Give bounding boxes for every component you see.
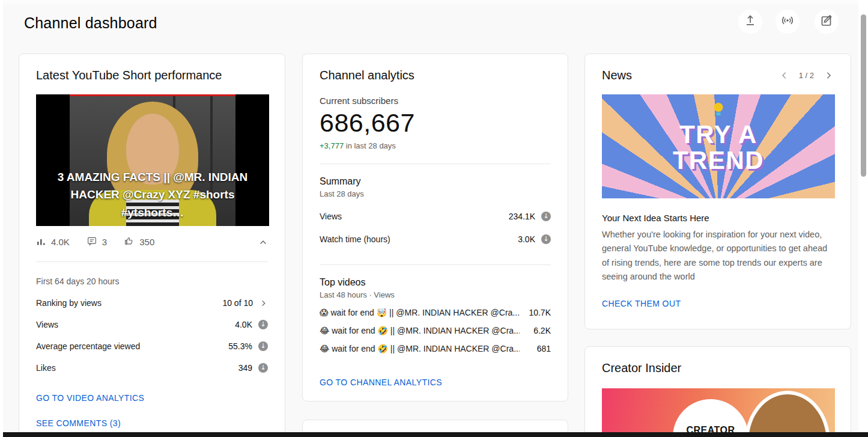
metric-value: 3.0K — [518, 234, 535, 244]
thumbnail-overlay-title: 3 AMAZING FACTS || @MR. INDIAN HACKER @C… — [44, 168, 261, 221]
latest-short-card: Latest YouTube Short performance 3 AMAZI… — [19, 53, 285, 437]
video-stats-row: 4.0K 3 350 — [36, 236, 268, 248]
summary-subtitle: Last 28 days — [320, 189, 551, 198]
creator-insider-card: Creator Insider CREATOR INSIDER — [584, 346, 851, 437]
progress-bar — [70, 94, 235, 96]
trend-down-icon — [541, 212, 551, 221]
news-banner-image[interactable]: TRY A TREND — [602, 94, 835, 198]
top-videos-subtitle: Last 48 hours · Views — [320, 290, 551, 299]
chevron-left-icon[interactable] — [779, 70, 789, 81]
comments-stat: 3 — [86, 236, 107, 248]
views-stat: 4.0K — [36, 236, 70, 248]
metric-row-ranking[interactable]: Ranking by views 10 of 10 — [36, 298, 268, 308]
news-header: News 1 / 2 — [602, 69, 834, 82]
metric-label: Likes — [36, 363, 238, 373]
card-title: News — [602, 69, 632, 82]
host-photo — [745, 391, 830, 437]
top-videos-title: Top videos — [320, 277, 551, 288]
views-count: 4.0K — [51, 237, 70, 247]
page-indicator: 1 / 2 — [799, 71, 814, 80]
news-card: News 1 / 2 TRY A TREND Your Next Idea St… — [584, 53, 851, 329]
metric-value: 234.1K — [509, 212, 535, 221]
go-live-button[interactable] — [775, 10, 800, 34]
creator-insider-banner-image[interactable]: CREATOR INSIDER — [602, 388, 835, 437]
page-title: Channel dashboard — [24, 14, 157, 32]
banner-line-2: TREND — [602, 148, 835, 174]
metric-value: 55.3% — [228, 341, 252, 351]
delta-value: +3,777 — [320, 141, 344, 150]
top-video-row[interactable]: 😂 wait for end 🤣 || @MR. INDIAN HACKER @… — [320, 344, 551, 353]
divider — [36, 261, 268, 262]
analytics-bars-icon — [36, 236, 46, 248]
go-to-channel-analytics-link[interactable]: GO TO CHANNEL ANALYTICS — [320, 377, 551, 387]
card-title: Channel analytics — [320, 69, 551, 82]
bottom-window-edge — [3, 432, 868, 437]
chevron-right-icon[interactable] — [824, 70, 834, 81]
trend-down-icon — [541, 234, 551, 244]
video-title: 😂 wait for end 🤣 || @MR. INDIAN HACKER @… — [320, 344, 520, 353]
metric-label: Views — [320, 212, 509, 221]
summary-title: Summary — [320, 176, 551, 187]
scrollbar-track[interactable] — [858, 0, 868, 437]
video-views: 6.2K — [520, 326, 551, 335]
subscriber-count: 686,667 — [320, 108, 551, 138]
video-views: 681 — [520, 344, 551, 353]
go-to-video-analytics-link[interactable]: GO TO VIDEO ANALYTICS — [36, 393, 268, 403]
thumbs-up-icon — [124, 236, 135, 248]
likes-count: 350 — [139, 237, 154, 247]
sidebar-edge — [0, 0, 3, 437]
trend-down-icon — [258, 320, 268, 329]
news-body: Whether you're looking for inspiration f… — [602, 228, 834, 284]
top-video-row[interactable]: 😂 wait for end 🤣 || @MR. INDIAN HACKER @… — [320, 326, 551, 335]
upload-icon — [743, 13, 757, 30]
creator-insider-logo: CREATOR INSIDER — [673, 399, 748, 437]
likes-stat: 350 — [124, 236, 154, 248]
period-label: First 64 days 20 hours — [36, 277, 268, 286]
comments-count: 3 — [102, 237, 107, 247]
summary-row-views: Views 234.1K — [320, 212, 551, 221]
collapse-chevron-up-icon[interactable] — [258, 237, 268, 247]
news-pagination: 1 / 2 — [779, 70, 834, 81]
trend-down-icon — [258, 341, 268, 351]
divider — [320, 163, 551, 164]
subscribers-label: Current subscribers — [320, 96, 551, 106]
go-live-icon — [780, 13, 795, 30]
chevron-right-icon — [259, 299, 268, 308]
banner-text: TRY A TREND — [602, 122, 835, 174]
lightbulb-icon — [714, 103, 723, 112]
scrollbar-thumb[interactable] — [861, 14, 866, 177]
divider — [320, 264, 551, 265]
delta-suffix: in last 28 days — [344, 141, 396, 150]
video-title: 😱 wait for end 🤯 || @MR. INDIAN HACKER @… — [320, 308, 520, 317]
create-button[interactable] — [815, 10, 839, 34]
metric-label: Views — [36, 320, 235, 329]
subscriber-delta: +3,777 in last 28 days — [320, 141, 551, 150]
metric-value: 10 of 10 — [222, 298, 253, 308]
metric-label: Ranking by views — [36, 298, 222, 308]
news-headline: Your Next Idea Starts Here — [602, 213, 834, 223]
video-views: 10.7K — [520, 308, 551, 317]
video-thumbnail[interactable]: 3 AMAZING FACTS || @MR. INDIAN HACKER @C… — [36, 94, 269, 226]
card-title: Creator Insider — [602, 361, 834, 375]
comment-icon — [86, 236, 97, 248]
channel-analytics-card: Channel analytics Current subscribers 68… — [302, 53, 568, 402]
summary-row-watch-time: Watch time (hours) 3.0K — [320, 234, 551, 244]
window-top-edge — [0, 0, 868, 4]
metric-label: Average percentage viewed — [36, 341, 228, 351]
top-video-row[interactable]: 😱 wait for end 🤯 || @MR. INDIAN HACKER @… — [320, 308, 551, 317]
video-title: 😂 wait for end 🤣 || @MR. INDIAN HACKER @… — [320, 326, 520, 335]
metric-value: 349 — [238, 363, 252, 373]
metric-value: 4.0K — [235, 320, 252, 329]
edit-icon — [819, 13, 834, 30]
metric-row-views: Views 4.0K — [36, 320, 268, 329]
see-comments-link[interactable]: SEE COMMENTS (3) — [36, 418, 268, 428]
card-title: Latest YouTube Short performance — [36, 69, 268, 82]
banner-line-1: TRY A — [602, 122, 835, 148]
upload-button[interactable] — [738, 10, 762, 34]
trend-down-icon — [258, 363, 268, 373]
check-them-out-link[interactable]: CHECK THEM OUT — [602, 299, 834, 308]
metric-label: Watch time (hours) — [320, 234, 518, 244]
channel-dashboard-page: Channel dashboard Latest YouTube Short p… — [0, 0, 868, 437]
metric-row-avg-viewed: Average percentage viewed 55.3% — [36, 341, 268, 351]
metric-row-likes: Likes 349 — [36, 363, 268, 373]
